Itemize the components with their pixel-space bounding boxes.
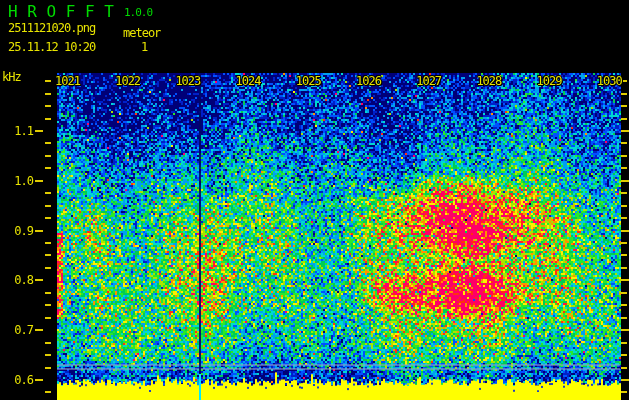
frequency-label: 0.7 (0, 324, 33, 336)
time-label: 1027 (416, 75, 441, 87)
time-label: 1028 (476, 75, 501, 87)
time-label: 1030 (597, 75, 622, 87)
frequency-label: 0.6 (0, 374, 33, 386)
datetime-label: 25.11.12 10:20 (8, 41, 95, 53)
app-title: H R O F F T (8, 4, 114, 20)
time-label: 1022 (115, 75, 140, 87)
frequency-label: 1.1 (0, 125, 33, 137)
channel-number: 1 (141, 41, 147, 53)
time-label: 1021 (55, 75, 80, 87)
frequency-unit-label: kHz (2, 71, 21, 83)
app-version: 1.0.0 (124, 7, 152, 18)
time-label: 1024 (236, 75, 261, 87)
frequency-label: 0.8 (0, 274, 33, 286)
spectrogram-canvas (0, 0, 629, 400)
time-label: 1025 (296, 75, 321, 87)
frequency-label: 1.0 (0, 175, 33, 187)
time-label: 1023 (175, 75, 200, 87)
frequency-label: 0.9 (0, 225, 33, 237)
time-label: 1026 (356, 75, 381, 87)
time-label: 1029 (537, 75, 562, 87)
mode-label: meteor (123, 27, 160, 39)
output-filename: 2511121020.png (8, 22, 95, 34)
hrofft-window: { "app": { "title": "H R O F F T", "vers… (0, 0, 629, 400)
